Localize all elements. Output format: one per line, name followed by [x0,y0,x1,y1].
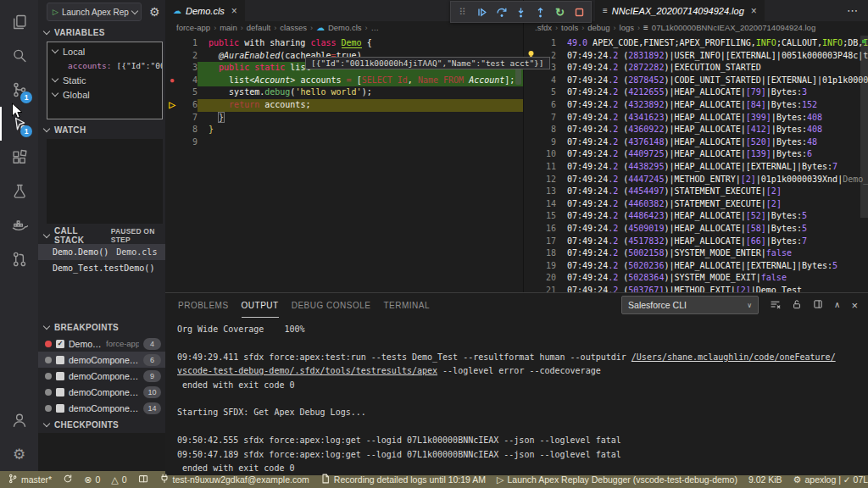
panel-tab-debug-console[interactable]: DEBUG CONSOLE [292,293,371,318]
error-count[interactable]: ⊗0 [84,474,100,485]
debug-continue-button[interactable] [472,3,492,21]
breakpoint-checkbox[interactable]: ✓ [56,340,64,348]
breadcrumb-item[interactable]: … [371,23,380,32]
breakpoint-checkbox[interactable] [56,372,64,380]
gutter[interactable] [165,37,179,50]
git-branch-status[interactable]: master* [8,474,52,485]
breakpoint-row[interactable]: ✓Demo.clsforce-app…4 [38,336,165,352]
log-recording-status[interactable]: Recording detailed logs until 10:19 AM [320,474,486,485]
close-panel-icon[interactable]: × [851,300,858,311]
gutter[interactable] [524,99,537,112]
gutter[interactable] [524,124,537,136]
more-actions-icon[interactable]: ⋯ [837,0,868,21]
debug-restart-button[interactable]: ↻ [550,3,570,21]
variable-group-local[interactable]: Local [47,44,162,58]
scrollbar-thumb[interactable] [860,36,868,218]
breakpoint-row[interactable]: demoComponent.js10 [38,384,165,400]
output-channel-select[interactable]: Salesforce CLI ∨ [621,296,759,314]
gutter[interactable] [524,136,537,149]
breakpoint-row[interactable]: demoComponent.js6 [38,352,165,368]
activity-account[interactable] [0,403,38,437]
variables-section-header[interactable]: VARIABLES [38,24,165,41]
breakpoint-row[interactable]: demoComponent.js9 [38,368,165,384]
activity-search[interactable] [0,39,38,73]
debug-stop-button[interactable] [570,3,589,21]
gutter[interactable] [524,210,537,223]
gutter[interactable] [165,124,179,136]
breakpoint-checkbox[interactable] [56,388,64,396]
output-console[interactable]: Org Wide Coverage 100% 09:49:29.411 sfdx… [165,317,868,475]
file-size[interactable]: 9.02 KiB [748,474,782,485]
default-org[interactable]: test-n9uxuw2gdkaf@example.com [159,474,309,485]
activity-source-control[interactable]: 1 [0,73,38,107]
debug-step-into-button[interactable] [511,3,531,21]
call-stack-frame[interactable]: Demo_Test.testDemo() [38,260,165,276]
gutter[interactable] [524,198,537,211]
launch-replay-debugger[interactable]: ▷Launch Apex Replay Debugger (vscode-tes… [497,474,737,485]
gutter[interactable] [524,236,537,248]
breadcrumb-item[interactable]: 07L1k00000BNNcIEAX_20200714094924.log [652,23,815,32]
activity-extensions[interactable] [0,141,38,175]
debug-step-out-button[interactable] [531,3,550,21]
gutter[interactable] [524,148,537,161]
variable-group-static[interactable]: Static [47,73,162,87]
debug-settings-gear-icon[interactable]: ⚙ [149,6,160,18]
gutter[interactable] [524,75,537,87]
breadcrumb-item[interactable]: force-app [176,23,210,32]
panel-tab-terminal[interactable]: TERMINAL [383,293,430,318]
gutter[interactable] [524,161,537,174]
tab-demo-cls[interactable]: ☁ Demo.cls × [165,0,245,21]
breakpoint-dot-icon[interactable]: ● [165,75,179,87]
gutter[interactable] [524,260,537,273]
gutter[interactable] [165,136,179,149]
close-icon[interactable]: × [231,5,237,17]
breadcrumb-item[interactable]: classes [280,23,307,32]
unlock-icon[interactable] [792,299,802,312]
breadcrumb-right[interactable]: .sfdx›tools›debug›logs›≡07L1k00000BNNcIE… [524,21,868,34]
breakpoints-section-header[interactable]: BREAKPOINTS [38,319,165,336]
apex-code-editor[interactable]: 1public with sharing class Demo {2 @Aura… [165,34,523,292]
gutter[interactable] [524,174,537,186]
breakpoint-checkbox[interactable] [56,356,64,364]
maximize-panel-icon[interactable]: ∧ [834,301,840,309]
gutter[interactable] [524,186,537,198]
breadcrumb-item[interactable]: Demo.cls [328,23,362,32]
gutter[interactable] [165,112,179,125]
call-stack-section-header[interactable]: CALL STACK PAUSED ON STEP [38,227,165,244]
open-in-editor-icon[interactable] [813,299,823,311]
sync-status[interactable] [63,474,73,485]
activity-settings[interactable]: ⚙ [0,437,38,471]
breadcrumb-item[interactable]: logs [620,23,634,32]
close-icon[interactable]: × [751,5,757,17]
gutter[interactable] [524,272,537,285]
debug-step-over-button[interactable] [492,3,511,21]
breadcrumb-item[interactable]: debug [587,23,609,32]
activity-git-graph[interactable] [0,242,38,276]
gutter[interactable] [524,112,537,125]
breadcrumb-item[interactable]: main [220,23,237,32]
launch-config-button[interactable]: ▷ Launch Apex Rep [47,3,142,21]
watch-section-header[interactable]: WATCH [38,121,165,138]
tab-log-file[interactable]: ≡ NNcIEAX_20200714094924.log × [595,0,765,21]
activity-test-beaker[interactable] [0,175,38,208]
apex-log-editor[interactable]: 149.0 APEX_CODE,FINEST;APEX_PROFILING,IN… [524,34,868,292]
breadcrumb-left[interactable]: force-app›main›default›classes›☁Demo.cls… [165,21,523,34]
breakpoint-checkbox[interactable] [56,404,64,413]
call-stack-frame[interactable]: Demo.Demo()Demo.cls [38,244,165,260]
warning-count[interactable]: △0 [111,474,126,485]
clear-output-icon[interactable] [770,299,781,312]
variable-group-global[interactable]: Global [47,87,162,102]
gutter[interactable] [165,50,179,63]
panel-tab-output[interactable]: OUTPUT [242,293,279,318]
gutter[interactable] [165,86,179,99]
gutter[interactable] [524,223,537,236]
activity-explorer[interactable] [0,5,38,39]
variable-row[interactable]: accounts:[{"Id":"0011… [47,58,162,73]
current-line-arrow-icon[interactable]: ▷ [165,99,179,112]
apexlog-status[interactable]: ⚙apexlog | ✓ 07L1k00000BNNcIEAX_ [793,474,868,485]
gutter[interactable] [524,37,537,50]
gutter[interactable] [524,247,537,260]
gutter[interactable] [524,86,537,99]
breadcrumb-item[interactable]: tools [561,23,578,32]
breadcrumb-item[interactable]: .sfdx [535,23,552,32]
